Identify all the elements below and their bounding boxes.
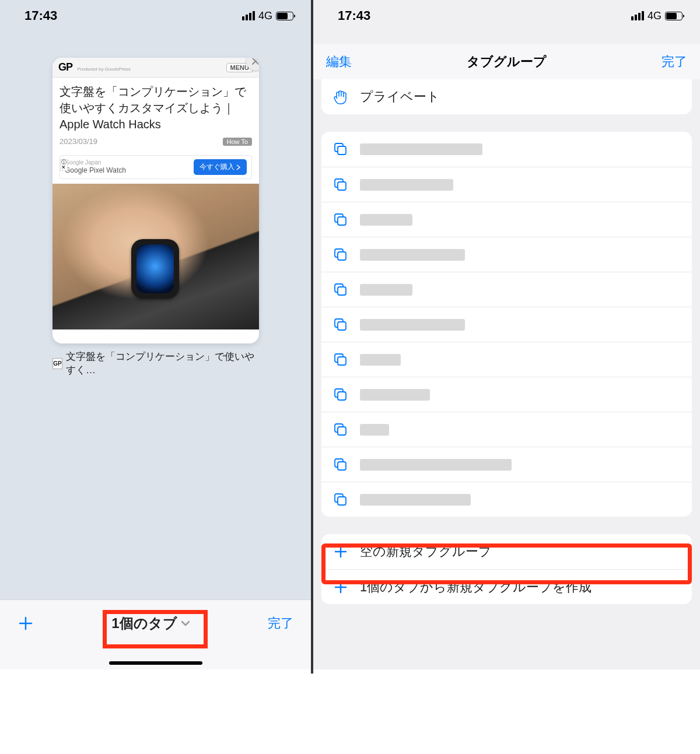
tab-caption-row: GP 文字盤を「コンプリケーション」で使いやすく… — [52, 350, 259, 377]
tab-group-row[interactable] — [321, 202, 692, 237]
tab-group-icon — [332, 176, 349, 194]
redacted-label — [360, 143, 482, 155]
redacted-label — [360, 389, 430, 401]
redacted-label — [360, 249, 465, 261]
article-body: 文字盤を「コンプリケーション」で使いやすくカスタマイズしよう｜Apple Wat… — [52, 78, 259, 149]
signal-icon — [242, 11, 255, 20]
tab-group-icon — [332, 491, 349, 508]
tab-group-icon — [332, 386, 349, 404]
ad-cta-label: 今すぐ購入 — [200, 162, 235, 172]
tab-group-row[interactable] — [321, 307, 692, 342]
hero-image — [52, 184, 259, 329]
article-date: 2023/03/19 — [60, 137, 97, 146]
home-indicator[interactable] — [109, 661, 202, 665]
highlight-annotation — [103, 610, 208, 648]
status-bar: 17:43 4G — [0, 0, 311, 31]
tab-group-icon — [332, 316, 349, 334]
svg-rect-15 — [338, 392, 346, 400]
ad-product: Google Pixel Watch — [65, 166, 126, 174]
redacted-label — [360, 459, 512, 471]
article-headline: 文字盤を「コンプリケーション」で使いやすくカスタマイズしよう｜Apple Wat… — [60, 83, 252, 132]
ad-cta-button[interactable]: 今すぐ購入 — [194, 159, 247, 175]
status-time: 17:43 — [338, 8, 370, 23]
svg-rect-13 — [338, 357, 346, 365]
redacted-label — [360, 494, 471, 506]
tab-caption-text: 文字盤を「コンプリケーション」で使いやすく… — [66, 350, 259, 377]
svg-rect-19 — [338, 462, 346, 470]
redacted-label — [360, 179, 453, 191]
tab-group-icon — [332, 421, 349, 439]
svg-rect-1 — [338, 146, 346, 155]
page-header-bar: GP Produced by GoodsPress MENU — [52, 58, 259, 78]
phone-right-tab-groups-sheet: 17:43 4G 編集 タブグループ 完了 プライベート — [313, 0, 700, 669]
done-button[interactable]: 完了 — [268, 615, 293, 632]
site-brand: GP Produced by GoodsPress — [58, 61, 131, 73]
row-label: プライベート — [360, 88, 440, 106]
tab-group-icon — [332, 246, 349, 264]
new-tab-button[interactable] — [18, 615, 34, 632]
redacted-label — [360, 214, 412, 226]
redacted-label — [360, 424, 389, 436]
signal-icon — [631, 11, 644, 20]
svg-rect-11 — [338, 322, 346, 330]
status-right: 4G — [631, 10, 682, 22]
status-right: 4G — [242, 10, 293, 22]
tab-group-row[interactable] — [321, 447, 692, 482]
tab-group-row[interactable] — [321, 272, 692, 307]
battery-icon — [665, 12, 682, 20]
favicon: GP — [52, 358, 62, 369]
site-tagline: Produced by GoodsPress — [77, 66, 130, 72]
status-time: 17:43 — [24, 8, 57, 23]
tab-groups-list — [321, 132, 692, 517]
tab-group-row[interactable] — [321, 237, 692, 272]
svg-rect-5 — [338, 217, 346, 225]
tab-group-icon — [332, 281, 349, 299]
highlight-annotation — [321, 543, 692, 584]
svg-rect-3 — [338, 182, 346, 190]
private-tabs-row[interactable]: プライベート — [321, 79, 692, 114]
private-section: プライベート — [321, 79, 692, 114]
hand-icon — [332, 88, 349, 106]
redacted-label — [360, 319, 465, 331]
tab-group-icon — [332, 141, 349, 158]
category-badge: How To — [223, 138, 252, 146]
tab-group-row[interactable] — [321, 167, 692, 202]
tab-thumbnail[interactable]: GP Produced by GoodsPress MENU 文字盤を「コンプリ… — [52, 58, 259, 343]
ad-provider: Google Japan — [65, 159, 126, 166]
tab-group-row[interactable] — [321, 377, 692, 412]
tab-group-row[interactable] — [321, 482, 692, 517]
battery-icon — [276, 12, 293, 20]
tab-group-icon — [332, 456, 349, 474]
redacted-label — [360, 354, 401, 366]
edit-button[interactable]: 編集 — [326, 53, 352, 71]
status-bar: 17:43 4G — [313, 0, 700, 31]
tab-group-row[interactable] — [321, 412, 692, 447]
done-button[interactable]: 完了 — [662, 53, 687, 71]
ad-info-icon: ⓘ✕ — [60, 159, 68, 171]
tab-group-row[interactable] — [321, 132, 692, 167]
tab-group-icon — [332, 351, 349, 369]
site-logo-text: GP — [58, 61, 72, 73]
network-label: 4G — [648, 10, 662, 22]
network-label: 4G — [258, 10, 272, 22]
ad-banner[interactable]: ⓘ✕ Google Japan Google Pixel Watch 今すぐ購入 — [60, 155, 252, 179]
svg-rect-9 — [338, 287, 346, 295]
tab-group-row[interactable] — [321, 342, 692, 377]
svg-rect-17 — [338, 427, 346, 435]
ad-text: Google Japan Google Pixel Watch — [65, 159, 126, 174]
sheet-title: タブグループ — [467, 53, 547, 71]
svg-rect-21 — [338, 497, 346, 505]
phone-left-tabs-view: 17:43 4G GP Produced by GoodsPress MENU … — [0, 0, 311, 669]
svg-rect-7 — [338, 252, 346, 260]
tab-group-icon — [332, 211, 349, 229]
sheet-header: 編集 タブグループ 完了 — [313, 44, 700, 79]
redacted-label — [360, 284, 412, 296]
